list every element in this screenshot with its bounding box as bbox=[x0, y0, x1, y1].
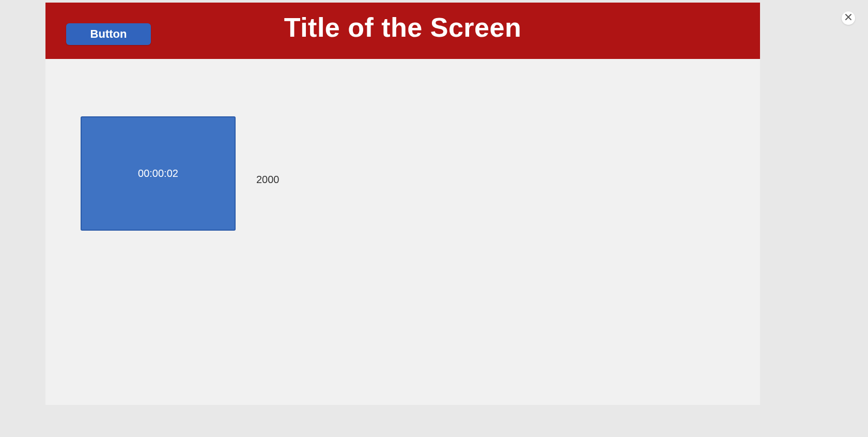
number-label: 2000 bbox=[256, 174, 280, 186]
header-bar: Button Title of the Screen bbox=[45, 3, 760, 59]
app-frame: Button Title of the Screen 00:00:02 2000 bbox=[45, 3, 760, 405]
close-icon bbox=[845, 13, 852, 23]
timer-value: 00:00:02 bbox=[138, 168, 178, 179]
screen-title: Title of the Screen bbox=[45, 12, 760, 43]
close-button[interactable] bbox=[842, 11, 855, 25]
timer-card[interactable]: 00:00:02 bbox=[81, 116, 236, 231]
